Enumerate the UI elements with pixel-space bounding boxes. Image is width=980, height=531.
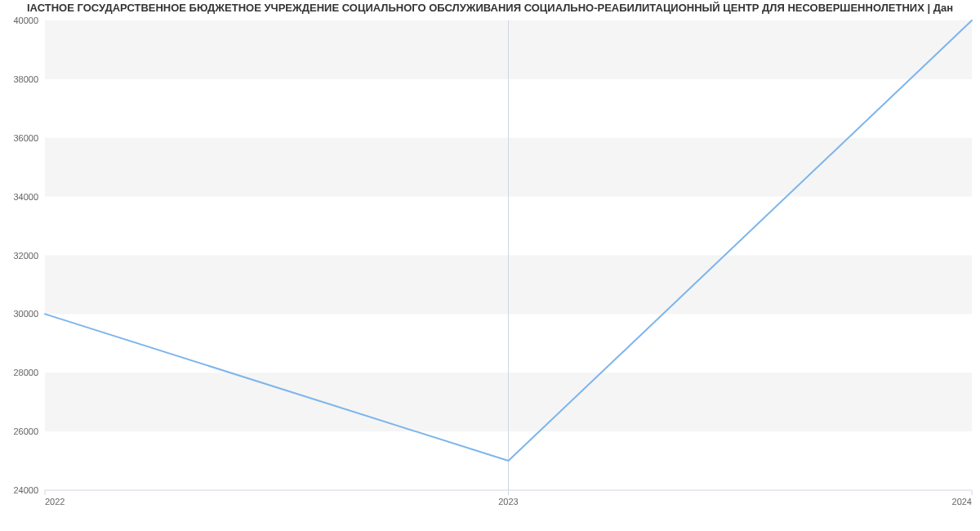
y-tick-label: 28000 <box>13 368 38 377</box>
y-tick-label: 38000 <box>13 74 38 84</box>
chart-container: ІАСТНОЕ ГОСУДАРСТВЕННОЕ БЮДЖЕТНОЕ УЧРЕЖД… <box>0 0 980 531</box>
y-tick-label: 34000 <box>13 192 38 202</box>
y-tick-label: 40000 <box>13 16 38 25</box>
x-tick-label: 2023 <box>498 497 518 506</box>
y-tick-label: 26000 <box>13 426 38 436</box>
line-chart: 2400026000280003000032000340003600038000… <box>0 0 980 531</box>
chart-title: ІАСТНОЕ ГОСУДАРСТВЕННОЕ БЮДЖЕТНОЕ УЧРЕЖД… <box>0 2 980 14</box>
x-tick-label: 2024 <box>952 497 972 506</box>
y-tick-label: 32000 <box>13 251 38 261</box>
y-tick-label: 30000 <box>13 309 38 319</box>
y-tick-label: 24000 <box>13 485 38 495</box>
x-tick-label: 2022 <box>45 497 65 506</box>
y-tick-label: 36000 <box>13 133 38 143</box>
